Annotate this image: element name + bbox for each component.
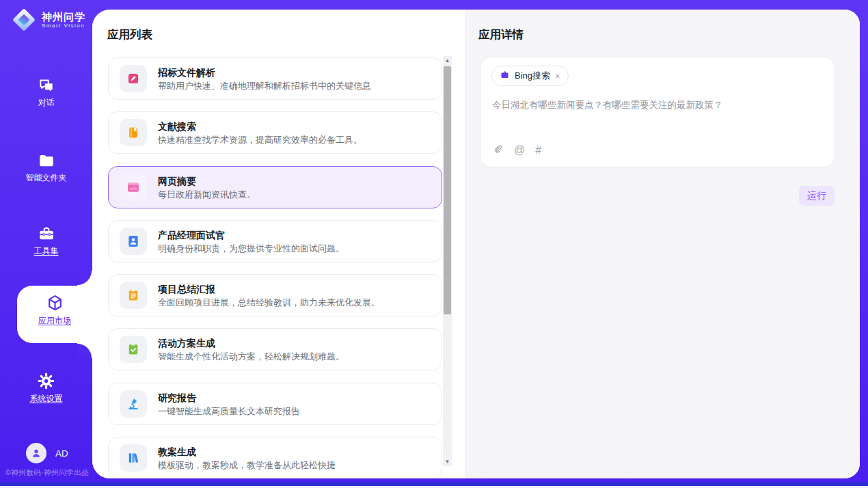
copyright-text: ©神州数码·神州问学出品 xyxy=(5,468,89,478)
app-name: 教案生成 xyxy=(158,445,336,459)
app-name: 研究报告 xyxy=(158,391,300,405)
scrollbar-down-icon[interactable]: ▼ xyxy=(443,457,452,466)
gear-icon xyxy=(0,372,92,390)
svg-text:</>: </> xyxy=(130,187,137,191)
scrollbar-up-icon[interactable]: ▲ xyxy=(443,56,452,65)
app-desc: 每日政府新闻资讯快查。 xyxy=(158,188,256,201)
app-name: 项目总结汇报 xyxy=(158,282,380,296)
sidebar-item-label: 应用市场 xyxy=(17,315,92,327)
brand-logo: 神州问学 Smart Vision xyxy=(12,8,85,31)
user-avatar-icon xyxy=(26,443,46,463)
tool-chip-bing-search[interactable]: Bing搜索 × xyxy=(491,66,569,86)
sidebar-item-toolset[interactable]: 工具集 xyxy=(0,225,92,257)
sidebar-item-label: 工具集 xyxy=(0,245,92,257)
user-name: AD xyxy=(55,448,68,459)
app-card-bid-parse[interactable]: 招标文件解析 帮助用户快速、准确地理解和解析招标书中的关键信息 xyxy=(108,57,442,100)
toolbox-icon xyxy=(0,225,92,243)
app-name: 文献搜索 xyxy=(158,120,362,133)
app-desc: 明确身份和职责，为您提供专业性的面试问题。 xyxy=(158,242,344,255)
app-card-research-report[interactable]: 研究报告 一键智能生成高质量长文本研究报告 xyxy=(108,383,442,425)
user-account[interactable]: AD xyxy=(26,443,68,463)
app-card-lesson-plan[interactable]: 教案生成 模板驱动，教案秒成，教学准备从此轻松快捷 xyxy=(108,437,442,478)
run-button[interactable]: 运行 xyxy=(799,186,835,206)
app-desc: 一键智能生成高质量长文本研究报告 xyxy=(158,405,300,418)
paperclip-icon[interactable] xyxy=(492,143,504,157)
scrollbar-thumb[interactable] xyxy=(444,66,451,314)
app-list-panel: 应用列表 招标文件解析 帮助用户快速、准确地理解和解析招标书中的关键信息 文献搜… xyxy=(92,10,465,478)
sidebar-item-smart-folder[interactable]: 智能文件夹 xyxy=(0,152,92,184)
app-card-literature-search[interactable]: 文献搜索 快速精准查找学术资源，提高研究效率的必备工具。 xyxy=(108,111,442,154)
briefcase-icon xyxy=(500,70,510,83)
sidebar-item-label: 系统设置 xyxy=(0,393,92,405)
app-list-title: 应用列表 xyxy=(107,27,152,42)
chat-icon xyxy=(0,77,92,94)
app-desc: 全面回顾项目进展，总结经验教训，助力未来优化发展。 xyxy=(158,296,380,309)
app-detail-panel: 应用详情 Bing搜索 × 今日湖北有哪些新闻要点？有哪些需要关注的最新政策？ xyxy=(465,10,860,478)
chip-close-icon[interactable]: × xyxy=(555,72,560,81)
webpage-icon: </> xyxy=(120,174,147,201)
app-desc: 智能生成个性化活动方案，轻松解决规划难题。 xyxy=(158,350,344,363)
app-card-project-summary[interactable]: 项目总结汇报 全面回顾项目进展，总结经验教训，助力未来优化发展。 xyxy=(108,274,442,316)
summary-icon xyxy=(120,282,147,309)
sidebar-item-settings[interactable]: 系统设置 xyxy=(0,372,92,405)
bid-doc-icon xyxy=(120,65,147,92)
app-card-pm-interviewer[interactable]: 产品经理面试官 明确身份和职责，为您提供专业性的面试问题。 xyxy=(108,220,442,262)
app-card-event-plan[interactable]: 活动方案生成 智能生成个性化活动方案，轻松解决规划难题。 xyxy=(108,328,442,370)
diamond-logo-icon xyxy=(12,8,36,31)
sidebar: 神州问学 Smart Vision 对话 智能文件夹 xyxy=(0,0,92,478)
app-detail-title: 应用详情 xyxy=(478,27,524,42)
interview-icon xyxy=(120,228,147,255)
plan-icon xyxy=(120,336,147,363)
hash-icon[interactable]: # xyxy=(535,144,541,157)
tool-chip-label: Bing搜索 xyxy=(515,70,550,82)
app-desc: 快速精准查找学术资源，提高研究效率的必备工具。 xyxy=(158,133,362,146)
app-name: 招标文件解析 xyxy=(158,66,371,79)
main-content: 应用列表 招标文件解析 帮助用户快速、准确地理解和解析招标书中的关键信息 文献搜… xyxy=(92,10,860,478)
app-name: 产品经理面试官 xyxy=(158,228,344,242)
app-name: 网页摘要 xyxy=(158,174,256,188)
app-name: 活动方案生成 xyxy=(158,336,344,350)
folder-icon xyxy=(0,152,92,170)
brand-name: 神州问学 xyxy=(42,11,85,23)
brand-subtitle: Smart Vision xyxy=(42,23,85,29)
cube-icon xyxy=(17,294,92,312)
list-scrollbar[interactable]: ▲ ▼ xyxy=(443,56,452,466)
at-icon[interactable]: @ xyxy=(514,144,525,157)
book-icon xyxy=(120,119,147,146)
research-icon xyxy=(120,390,147,418)
sidebar-item-label: 对话 xyxy=(0,97,92,109)
sidebar-item-chat[interactable]: 对话 xyxy=(0,77,92,109)
sidebar-item-label: 智能文件夹 xyxy=(0,172,92,184)
prompt-card: Bing搜索 × 今日湖北有哪些新闻要点？有哪些需要关注的最新政策？ @ # xyxy=(480,57,835,167)
app-window: 神州问学 Smart Vision 对话 智能文件夹 xyxy=(0,0,868,488)
app-desc: 模板驱动，教案秒成，教学准备从此轻松快捷 xyxy=(158,459,336,472)
attachment-toolbar: @ # xyxy=(492,143,541,157)
app-desc: 帮助用户快速、准确地理解和解析招标书中的关键信息 xyxy=(158,79,371,92)
sidebar-item-app-market[interactable]: 应用市场 xyxy=(17,286,92,343)
app-card-web-summary[interactable]: </> 网页摘要 每日政府新闻资讯快查。 xyxy=(108,166,442,208)
lesson-icon xyxy=(120,444,147,472)
query-input[interactable]: 今日湖北有哪些新闻要点？有哪些需要关注的最新政策？ xyxy=(492,98,824,112)
